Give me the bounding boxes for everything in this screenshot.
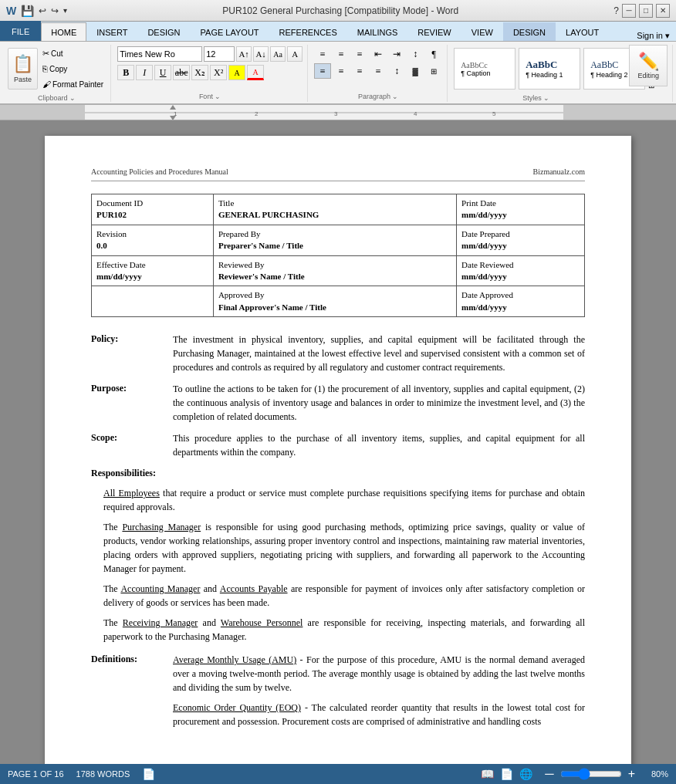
tab-home[interactable]: HOME: [41, 22, 86, 41]
accounting-manager-link: Accounting Manager: [120, 583, 200, 594]
style-caption[interactable]: AaBbCc ¶ Caption: [454, 48, 515, 90]
tab-design[interactable]: DESIGN: [137, 22, 190, 41]
font-label: Font ⌄: [117, 91, 303, 100]
clear-format-icon: Aa: [273, 50, 282, 59]
scope-section: Scope: This procedure applies to the pur…: [91, 431, 585, 459]
view-read-icon[interactable]: 📖: [481, 768, 494, 780]
clipboard-content: 📋 Paste ✂ Cut ⎘ Copy 🖌 Format Painter: [8, 45, 106, 93]
caption-label: ¶ Caption: [461, 69, 490, 77]
print-date-cell: Print Date mm/dd/yyyy: [457, 194, 585, 225]
font-color-btn[interactable]: A: [247, 65, 264, 80]
tab-references[interactable]: REFERENCES: [269, 22, 347, 41]
format-painter-btn[interactable]: 🖌 Format Painter: [40, 77, 106, 91]
italic-btn[interactable]: I: [136, 65, 153, 80]
font-grow-btn[interactable]: A↑: [236, 46, 252, 62]
subscript-btn[interactable]: X₂: [191, 65, 208, 80]
prepared-by-value: Preparer's Name / Title: [218, 240, 451, 252]
font-name-input[interactable]: [117, 46, 202, 62]
reviewed-by-label: Reviewed By: [218, 259, 451, 271]
word-count: 1788 WORDS: [76, 769, 130, 779]
font-expand-icon[interactable]: ⌄: [215, 93, 221, 100]
sort-btn[interactable]: ↕: [407, 46, 424, 62]
bold-btn[interactable]: B: [117, 65, 134, 80]
justify-btn[interactable]: ≡: [370, 63, 387, 79]
header-left: Accounting Policies and Procedures Manua…: [91, 167, 228, 177]
tab-layout[interactable]: LAYOUT: [556, 22, 609, 41]
clipboard-group: 📋 Paste ✂ Cut ⎘ Copy 🖌 Format Painter Cl…: [3, 45, 111, 102]
close-btn[interactable]: ✕: [656, 4, 670, 18]
clear-format-btn[interactable]: Aa: [270, 46, 286, 62]
align-left-btn[interactable]: ≡: [314, 63, 331, 79]
styles-expand-icon[interactable]: ⌄: [543, 94, 549, 102]
purchasing-manager-link: Purchasing Manager: [122, 522, 201, 532]
doc-id-label-cell: Document ID PUR102: [92, 194, 214, 225]
reviewed-by-value: Reviewer's Name / Title: [218, 271, 451, 282]
strikethrough-btn[interactable]: abc: [173, 65, 190, 80]
align-center-btn[interactable]: ≡: [333, 63, 350, 79]
tab-file[interactable]: FILE: [0, 21, 41, 41]
para-expand-icon[interactable]: ⌄: [392, 93, 398, 100]
maximize-btn[interactable]: □: [639, 4, 653, 18]
numbering-btn[interactable]: ≡: [333, 46, 350, 62]
view-web-icon[interactable]: 🌐: [519, 768, 532, 780]
receiving-manager-link: Receiving Manager: [123, 617, 198, 628]
cut-btn[interactable]: ✂ Cut: [40, 46, 106, 60]
line-spacing-btn[interactable]: ↕: [388, 63, 405, 79]
date-reviewed-label: Date Reviewed: [461, 259, 580, 271]
revision-label: Revision: [96, 228, 208, 240]
tab-design-right[interactable]: DESIGN: [503, 22, 556, 41]
style-heading1[interactable]: AaBbC ¶ Heading 1: [519, 48, 580, 90]
minimize-btn[interactable]: ─: [622, 4, 636, 18]
date-reviewed-cell: Date Reviewed mm/dd/yyyy: [457, 255, 585, 286]
purpose-section: Purpose: To outline the actions to be ta…: [91, 382, 585, 424]
clipboard-expand-icon[interactable]: ⌄: [69, 94, 76, 102]
undo-btn[interactable]: ↩: [39, 5, 46, 16]
tab-view[interactable]: VIEW: [461, 22, 503, 41]
font-size-input[interactable]: [204, 46, 235, 62]
decrease-indent-btn[interactable]: ⇤: [370, 46, 387, 62]
status-bar: PAGE 1 OF 16 1788 WORDS 📄 📖 📄 🌐 ─ + 80%: [0, 764, 676, 784]
shading-btn[interactable]: ▓: [407, 63, 424, 79]
view-print-icon[interactable]: 📄: [500, 768, 513, 780]
zoom-out-btn[interactable]: ─: [545, 767, 553, 781]
purpose-text: To outline the actions to be taken for (…: [173, 382, 585, 424]
title-cell: Title GENERAL PURCHASING: [213, 194, 456, 225]
increase-indent-btn[interactable]: ⇥: [388, 46, 405, 62]
revision-cell: Revision 0.0: [92, 225, 214, 255]
tab-insert[interactable]: INSERT: [86, 22, 137, 41]
copy-btn[interactable]: ⎘ Copy: [40, 62, 106, 76]
warehouse-personnel-link: Warehouse Personnel: [221, 617, 303, 628]
superscript-btn[interactable]: X²: [210, 65, 227, 80]
multilevel-btn[interactable]: ≡: [351, 46, 368, 62]
zoom-slider[interactable]: [560, 768, 622, 780]
zoom-in-btn[interactable]: +: [628, 767, 635, 781]
show-formatting-btn[interactable]: ¶: [425, 46, 442, 62]
tab-review[interactable]: REVIEW: [407, 22, 461, 41]
prepared-by-cell: Prepared By Preparer's Name / Title: [213, 225, 456, 255]
tab-page-layout[interactable]: PAGE LAYOUT: [191, 22, 269, 41]
editing-btn[interactable]: ✏️ Editing: [629, 45, 668, 86]
underline-btn[interactable]: U: [154, 65, 171, 80]
font-shrink-btn[interactable]: A↓: [253, 46, 269, 62]
bullets-btn[interactable]: ≡: [314, 46, 331, 62]
sign-in-btn[interactable]: Sign in ▾: [637, 31, 670, 41]
align-right-btn[interactable]: ≡: [351, 63, 368, 79]
table-row: Effective Date mm/dd/yyyy Reviewed By Re…: [92, 255, 585, 286]
help-icon[interactable]: ?: [613, 5, 619, 16]
text-highlight-btn[interactable]: A: [228, 65, 245, 80]
format-painter-icon: 🖌: [42, 79, 51, 89]
table-row: Document ID PUR102 Title GENERAL PURCHAS…: [92, 194, 585, 225]
responsibilities-section: Responsibilities: All Employees that req…: [91, 467, 585, 644]
cut-icon: ✂: [42, 49, 49, 59]
redo-btn[interactable]: ↪: [51, 5, 59, 16]
text-effect-icon: A: [292, 49, 298, 59]
svg-text:5: 5: [492, 110, 496, 117]
borders-btn[interactable]: ⊞: [425, 63, 442, 79]
text-effect-btn[interactable]: A: [287, 46, 303, 62]
svg-text:2: 2: [255, 110, 259, 117]
tab-mailings[interactable]: MAILINGS: [347, 22, 408, 41]
paste-btn[interactable]: 📋 Paste: [8, 48, 38, 90]
quick-save[interactable]: 💾: [21, 5, 34, 17]
effective-date-label: Effective Date: [96, 259, 208, 271]
font-shrink-icon: A↓: [255, 49, 265, 59]
